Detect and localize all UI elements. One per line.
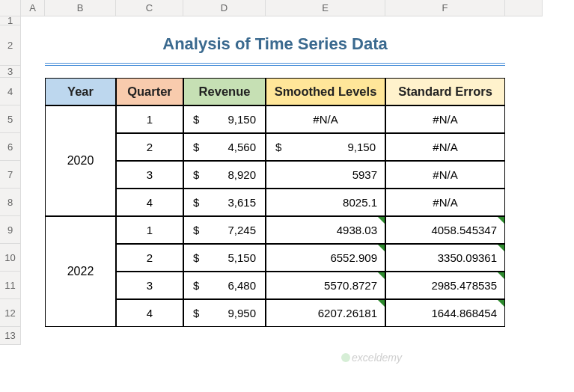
cell-quarter[interactable]: 4 — [116, 299, 183, 327]
row-header-7[interactable]: 7 — [0, 161, 21, 189]
logo-dot-icon — [341, 353, 350, 362]
col-header-A[interactable]: A — [21, 0, 45, 16]
cell-quarter[interactable]: 3 — [116, 161, 183, 189]
cell-smoothed[interactable]: 6552.909 — [266, 244, 385, 272]
header-smoothed: Smoothed Levels — [266, 78, 385, 105]
row-header-3[interactable]: 3 — [0, 66, 21, 78]
col-header-D[interactable]: D — [183, 0, 266, 16]
col-header-E[interactable]: E — [266, 0, 385, 16]
page-title: Analysis of Time Series Data — [45, 25, 505, 66]
cell-stderr[interactable]: 2985.478535 — [385, 272, 505, 299]
cell-stderr[interactable]: 3350.09361 — [385, 244, 505, 272]
row-header-11[interactable]: 11 — [0, 272, 21, 299]
cell-revenue[interactable]: $7,245 — [183, 216, 266, 244]
header-year: Year — [45, 78, 116, 105]
row-header-10[interactable]: 10 — [0, 244, 21, 272]
row-header-13[interactable]: 13 — [0, 327, 21, 345]
cell-smoothed[interactable]: 8025.1 — [266, 189, 385, 216]
cell-year-2020[interactable]: 2020 — [45, 105, 116, 216]
cell-year-2022[interactable]: 2022 — [45, 216, 116, 327]
cell-stderr[interactable]: 1644.868454 — [385, 299, 505, 327]
cell-revenue[interactable]: $3,615 — [183, 189, 266, 216]
header-quarter: Quarter — [116, 78, 183, 105]
cell-smoothed[interactable]: 5937 — [266, 161, 385, 189]
cell-revenue[interactable]: $9,150 — [183, 105, 266, 133]
select-all-corner[interactable] — [0, 0, 21, 16]
cell-quarter[interactable]: 1 — [116, 105, 183, 133]
cell-revenue[interactable]: $5,150 — [183, 244, 266, 272]
cell-revenue[interactable]: $8,920 — [183, 161, 266, 189]
row-header-5[interactable]: 5 — [0, 105, 21, 133]
cell-stderr[interactable]: 4058.545347 — [385, 216, 505, 244]
cell-stderr[interactable]: #N/A — [385, 161, 505, 189]
row-header-1[interactable]: 1 — [0, 16, 21, 25]
spreadsheet-grid: A B C D E F 1 2 Analysis of Time Series … — [0, 0, 574, 345]
cell-stderr[interactable]: #N/A — [385, 189, 505, 216]
row-header-4[interactable]: 4 — [0, 78, 21, 105]
col-header-blank[interactable] — [505, 0, 543, 16]
col-header-F[interactable]: F — [385, 0, 505, 16]
cell-smoothed[interactable]: #N/A — [266, 105, 385, 133]
row-header-9[interactable]: 9 — [0, 216, 21, 244]
row-header-6[interactable]: 6 — [0, 133, 21, 161]
cell-quarter[interactable]: 1 — [116, 216, 183, 244]
cell-revenue[interactable]: $9,950 — [183, 299, 266, 327]
cell-quarter[interactable]: 2 — [116, 133, 183, 161]
cell-quarter[interactable]: 3 — [116, 272, 183, 299]
row-header-2[interactable]: 2 — [0, 25, 21, 66]
header-stderr: Standard Errors — [385, 78, 505, 105]
cell-quarter[interactable]: 2 — [116, 244, 183, 272]
watermark: exceldemy — [341, 352, 402, 364]
row-header-12[interactable]: 12 — [0, 299, 21, 327]
col-header-B[interactable]: B — [45, 0, 116, 16]
cell-revenue[interactable]: $4,560 — [183, 133, 266, 161]
cell-stderr[interactable]: #N/A — [385, 105, 505, 133]
header-revenue: Revenue — [183, 78, 266, 105]
row-header-8[interactable]: 8 — [0, 189, 21, 216]
cell-smoothed[interactable]: 4938.03 — [266, 216, 385, 244]
cell-revenue[interactable]: $6,480 — [183, 272, 266, 299]
cell-stderr[interactable]: #N/A — [385, 133, 505, 161]
cell-smoothed[interactable]: $9,150 — [266, 133, 385, 161]
col-header-C[interactable]: C — [116, 0, 183, 16]
cell-quarter[interactable]: 4 — [116, 189, 183, 216]
cell-smoothed[interactable]: 5570.8727 — [266, 272, 385, 299]
cell-smoothed[interactable]: 6207.26181 — [266, 299, 385, 327]
